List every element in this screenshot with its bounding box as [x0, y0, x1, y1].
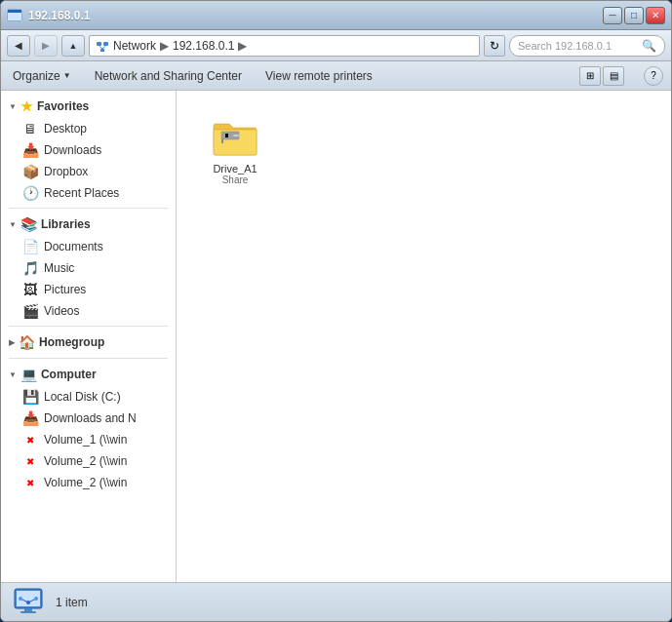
maximize-button[interactable]: □	[624, 7, 644, 24]
sidebar-item-volume1[interactable]: ✖ Volume_1 (\\win	[1, 429, 176, 450]
downloads-icon: 📥	[22, 142, 38, 158]
sidebar-item-downloads[interactable]: 📥 Downloads	[1, 139, 176, 161]
sidebar-item-volume3[interactable]: ✖ Volume_2 (\\win	[1, 472, 176, 493]
view-toggle-button[interactable]: ▤	[603, 66, 624, 86]
organize-button[interactable]: Organize ▼	[9, 67, 75, 85]
sidebar-item-videos[interactable]: 🎬 Videos	[1, 300, 176, 322]
sidebar-item-downloads-and-label: Downloads and N	[44, 411, 137, 425]
drive-a1-name: Drive_A1	[213, 163, 257, 175]
status-count: 1 item	[56, 596, 88, 609]
sidebar-divider-3	[9, 358, 168, 359]
minimize-button[interactable]: ─	[603, 7, 622, 24]
svg-rect-11	[221, 139, 223, 143]
libraries-icon: 📚	[20, 216, 37, 232]
close-button[interactable]: ✕	[646, 7, 665, 24]
drive-a1-icon	[212, 114, 258, 161]
sidebar-item-documents[interactable]: 📄 Documents	[1, 236, 176, 257]
favorites-section: ▼ ★ Favorites 🖥 Desktop 📥 Downloads 📦 Dr…	[1, 95, 176, 204]
status-computer-icon	[11, 585, 46, 620]
sidebar-item-local-disk-label: Local Disk (C:)	[44, 390, 121, 404]
view-buttons: ⊞ ▤	[579, 66, 624, 86]
title-bar-left: 192.168.0.1	[7, 8, 90, 23]
sidebar-item-pictures[interactable]: 🖼 Pictures	[1, 279, 176, 300]
svg-point-20	[26, 601, 30, 604]
search-box[interactable]: Search 192.168.0.1 🔍	[509, 35, 665, 57]
favorites-header[interactable]: ▼ ★ Favorites	[1, 95, 176, 118]
sidebar-divider-2	[9, 326, 168, 327]
drive-a1-sublabel: Share	[222, 175, 249, 185]
svg-rect-14	[24, 608, 32, 611]
svg-rect-2	[8, 10, 21, 13]
homegroup-header[interactable]: ▶ 🏠 Homegroup	[1, 330, 176, 354]
recent-places-icon: 🕐	[22, 185, 38, 201]
search-icon: 🔍	[642, 39, 656, 53]
sidebar-item-dropbox[interactable]: 📦 Dropbox	[1, 161, 176, 182]
sidebar-item-dropbox-label: Dropbox	[44, 165, 88, 178]
svg-rect-15	[20, 611, 36, 613]
desktop-icon: 🖥	[22, 121, 38, 136]
window-icon	[7, 8, 22, 23]
sidebar-item-downloads-and[interactable]: 📥 Downloads and N	[1, 408, 176, 429]
file-pane: Drive_A1 Share	[177, 91, 671, 582]
libraries-header[interactable]: ▼ 📚 Libraries	[1, 213, 176, 236]
sidebar-item-volume2[interactable]: ✖ Volume_2 (\\win	[1, 450, 176, 472]
help-button[interactable]: ?	[644, 66, 663, 86]
music-icon: 🎵	[22, 260, 38, 276]
svg-rect-9	[225, 134, 228, 137]
sidebar-item-volume1-label: Volume_1 (\\win	[44, 433, 127, 447]
back-button[interactable]: ◀	[7, 35, 30, 57]
view-options-button[interactable]: ⊞	[579, 66, 601, 86]
sidebar-item-music[interactable]: 🎵 Music	[1, 257, 176, 279]
sidebar-item-videos-label: Videos	[44, 304, 79, 318]
computer-section: ▼ 💻 Computer 💾 Local Disk (C:) 📥 Downloa…	[1, 363, 176, 493]
explorer-window: 192.168.0.1 ─ □ ✕ ◀ ▶ ▲ Network ▶ 192.16…	[0, 0, 672, 622]
volume3-icon: ✖	[22, 475, 38, 490]
favorites-star-icon: ★	[20, 98, 33, 114]
sidebar-item-desktop[interactable]: 🖥 Desktop	[1, 118, 176, 139]
svg-rect-4	[103, 42, 108, 46]
sidebar-item-volume3-label: Volume_2 (\\win	[44, 476, 127, 489]
svg-line-5	[99, 46, 103, 49]
homegroup-section: ▶ 🏠 Homegroup	[1, 330, 176, 354]
homegroup-label: Homegroup	[39, 335, 104, 349]
organize-chevron-icon: ▼	[63, 71, 71, 80]
homegroup-arrow-icon: ▶	[9, 338, 15, 347]
refresh-button[interactable]: ↻	[484, 35, 505, 57]
documents-icon: 📄	[22, 239, 38, 254]
sidebar-item-documents-label: Documents	[44, 240, 103, 253]
view-remote-label: View remote printers	[265, 69, 373, 83]
network-sharing-button[interactable]: Network and Sharing Center	[91, 67, 246, 85]
pictures-icon: 🖼	[22, 282, 38, 297]
up-button[interactable]: ▲	[61, 35, 85, 57]
volume2-icon: ✖	[22, 453, 38, 469]
organize-label: Organize	[13, 69, 60, 83]
path-network: Network	[113, 39, 156, 53]
status-bar: 1 item	[1, 582, 671, 621]
search-placeholder: Search 192.168.0.1	[518, 40, 612, 52]
sidebar-item-music-label: Music	[44, 261, 74, 275]
main-content: ▼ ★ Favorites 🖥 Desktop 📥 Downloads 📦 Dr…	[1, 91, 671, 582]
favorites-arrow-icon: ▼	[9, 102, 17, 111]
forward-button[interactable]: ▶	[34, 35, 58, 57]
svg-point-18	[19, 597, 22, 601]
folder-svg	[212, 116, 258, 159]
dropbox-icon: 📦	[22, 164, 38, 179]
computer-arrow-icon: ▼	[9, 370, 17, 379]
file-item-drive-a1[interactable]: Drive_A1 Share	[196, 110, 274, 189]
svg-rect-3	[97, 42, 101, 46]
network-sharing-label: Network and Sharing Center	[95, 69, 242, 83]
path-ip: 192.168.0.1	[173, 39, 234, 53]
view-remote-button[interactable]: View remote printers	[261, 67, 376, 85]
address-path[interactable]: Network ▶ 192.168.0.1 ▶	[89, 35, 480, 57]
sidebar-item-volume2-label: Volume_2 (\\win	[44, 454, 127, 468]
svg-line-6	[102, 46, 106, 49]
sidebar-item-recent-places[interactable]: 🕐 Recent Places	[1, 182, 176, 204]
downloads-and-icon: 📥	[22, 410, 38, 426]
svg-rect-7	[100, 49, 104, 52]
title-bar-text: 192.168.0.1	[28, 9, 90, 22]
computer-label: Computer	[41, 368, 97, 381]
sidebar-item-desktop-label: Desktop	[44, 122, 87, 136]
computer-header[interactable]: ▼ 💻 Computer	[1, 363, 176, 386]
sidebar-item-local-disk[interactable]: 💾 Local Disk (C:)	[1, 386, 176, 408]
favorites-label: Favorites	[37, 99, 89, 113]
